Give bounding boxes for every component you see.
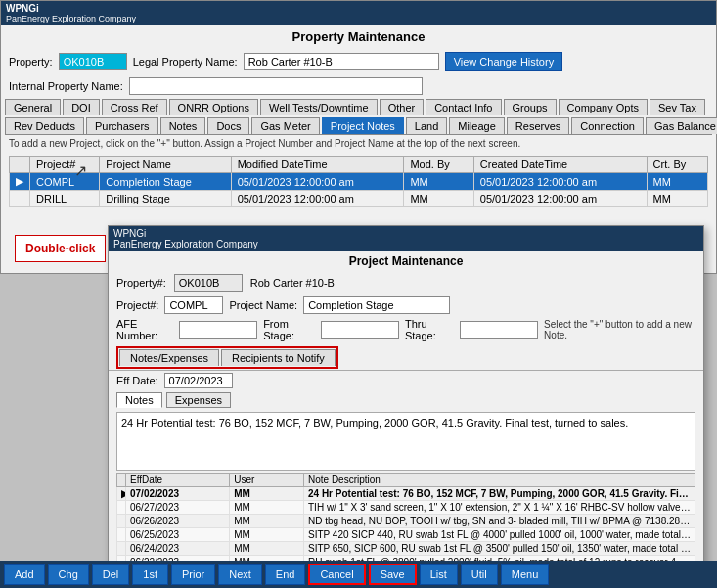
legal-name-input[interactable]	[244, 53, 439, 70]
tab-project-notes[interactable]: Project Notes	[322, 117, 404, 134]
log-eff-date: 06/25/2023	[126, 528, 230, 542]
tab-company-opts[interactable]: Company Opts	[559, 99, 648, 115]
sub-property-input[interactable]	[174, 274, 243, 292]
log-row[interactable]: 06/26/2023 MM ND tbg head, NU BOP, TOOH …	[117, 515, 695, 528]
save-button[interactable]: Save	[369, 564, 417, 585]
col-project-name: Project Name	[100, 157, 231, 173]
log-user: MM	[230, 487, 304, 501]
log-user: MM	[230, 515, 304, 528]
tab-gas-balance[interactable]: Gas Balance	[646, 117, 717, 134]
log-row[interactable]: ▶ 07/02/2023 MM 24 Hr Potential test: 76…	[117, 487, 695, 501]
notes-area[interactable]: 24 Hr Potential test: 76 BO, 152 MCF, 7 …	[116, 412, 695, 471]
col-mod-by: Mod. By	[404, 157, 473, 173]
log-indicator	[117, 542, 126, 556]
property-input[interactable]	[59, 53, 127, 70]
log-user: MM	[230, 528, 304, 542]
sub-project-label: Project#:	[116, 299, 158, 311]
end-button[interactable]: End	[265, 564, 306, 585]
modified-dt-cell: 05/01/2023 12:00:00 am	[231, 173, 404, 191]
chg-button[interactable]: Chg	[48, 564, 89, 585]
tab-sev-tax[interactable]: Sev Tax	[650, 99, 705, 115]
cancel-button[interactable]: Cancel	[308, 564, 365, 585]
add-button[interactable]: Add	[4, 564, 45, 585]
view-history-button[interactable]: View Change History	[445, 52, 563, 71]
sub-legal-name: Rob Carter #10-B	[250, 277, 335, 289]
sub-tab-recipients[interactable]: Recipients to Notify	[221, 349, 336, 366]
sub-window-title: Project Maintenance	[109, 251, 703, 271]
col-created-dt: Created DateTime	[473, 157, 647, 173]
sub-tab-notes-expenses[interactable]: Notes/Expenses	[119, 349, 219, 366]
afe-label: AFE Number:	[116, 318, 173, 341]
thru-stage-input[interactable]	[460, 321, 538, 339]
from-stage-input[interactable]	[321, 321, 399, 339]
tab-gas-meter[interactable]: Gas Meter	[251, 117, 319, 134]
tab-reserves[interactable]: Reserves	[507, 117, 569, 134]
notes-tab[interactable]: Notes	[116, 392, 162, 408]
mod-by-cell: MM	[404, 173, 473, 191]
tab-contact-info[interactable]: Contact Info	[426, 99, 501, 115]
col-modified-dt: Modified DateTime	[231, 157, 404, 173]
log-eff-date: 06/27/2023	[126, 501, 230, 515]
tab-groups[interactable]: Groups	[504, 99, 557, 115]
eff-date-input[interactable]	[164, 373, 233, 388]
log-user: MM	[230, 542, 304, 556]
sub-property-label: Property#:	[116, 277, 166, 289]
tabs-row1: General DOI Cross Ref ONRR Options Well …	[1, 97, 716, 115]
tab-other[interactable]: Other	[380, 99, 425, 115]
col-crt-by: Crt. By	[647, 157, 707, 173]
property-row: Property: Legal Property Name: View Chan…	[1, 48, 716, 75]
modified-dt-cell: 05/01/2023 12:00:00 am	[231, 191, 404, 207]
tab-onrr-options[interactable]: ONRR Options	[169, 99, 258, 115]
sub-title-bar: WPNGi PanEnergy Exploration Company	[109, 226, 703, 251]
afe-input[interactable]	[179, 321, 257, 339]
tab-mileage[interactable]: Mileage	[449, 117, 505, 134]
internal-name-input[interactable]	[129, 77, 423, 95]
prior-button[interactable]: Prior	[171, 564, 215, 585]
from-stage-label: From Stage:	[263, 318, 315, 341]
log-col-note: Note Description	[304, 474, 695, 487]
tab-general[interactable]: General	[5, 99, 61, 115]
tab-rev-deducts[interactable]: Rev Deducts	[5, 117, 84, 134]
tab-notes[interactable]: Notes	[160, 117, 206, 134]
sub-project-input[interactable]	[164, 296, 223, 314]
log-note: SITP 650, SICP 600, RU swab 1st FL @ 350…	[304, 542, 695, 556]
list-button[interactable]: List	[420, 564, 458, 585]
double-click-label: Double-click	[15, 235, 106, 262]
row-indicator	[10, 191, 30, 207]
col-project-num: Project#	[30, 157, 100, 173]
eff-date-row: Eff Date:	[109, 370, 703, 390]
eff-date-label: Eff Date:	[116, 375, 158, 386]
sub-tabs-highlight-wrapper: Notes/Expenses Recipients to Notify	[116, 346, 338, 369]
company-name: PanEnergy Exploration Company	[6, 14, 711, 23]
col-indicator	[10, 157, 30, 173]
log-row[interactable]: 06/25/2023 MM SITP 420 SICP 440, RU swab…	[117, 528, 695, 542]
table-row[interactable]: DRILL Drilling Stage 05/01/2023 12:00:00…	[10, 191, 708, 207]
del-button[interactable]: Del	[92, 564, 130, 585]
project-name-cell: Drilling Stage	[100, 191, 231, 207]
log-row[interactable]: 06/27/2023 MM TIH w/ 1" X 3' sand screen…	[117, 501, 695, 515]
expenses-tab[interactable]: Expenses	[166, 392, 231, 408]
help-text: To add a new Project, click on the "+" b…	[1, 135, 716, 152]
tab-docs[interactable]: Docs	[207, 117, 249, 134]
log-row[interactable]: 06/24/2023 MM SITP 650, SICP 600, RU swa…	[117, 542, 695, 556]
tab-purchasers[interactable]: Purchasers	[86, 117, 158, 134]
sub-project-name-input[interactable]	[303, 296, 450, 314]
add-note-text: Select the "+" button to add a new Note.	[544, 319, 695, 340]
menu-button[interactable]: Menu	[501, 564, 550, 585]
log-note: TIH w/ 1" X 3' sand screen, 1" X 10' ext…	[304, 501, 695, 515]
log-col-user: User	[230, 474, 304, 487]
next-button[interactable]: Next	[218, 564, 262, 585]
tab-connection[interactable]: Connection	[571, 117, 644, 134]
first-button[interactable]: 1st	[132, 564, 168, 585]
sub-app-name: WPNGi	[113, 228, 698, 239]
util-button[interactable]: Util	[461, 564, 498, 585]
internal-name-row: Internal Property Name:	[1, 75, 716, 97]
tab-cross-ref[interactable]: Cross Ref	[102, 99, 167, 115]
tab-well-tests[interactable]: Well Tests/Downtime	[260, 99, 378, 115]
tab-doi[interactable]: DOI	[63, 99, 100, 115]
log-eff-date: 06/24/2023	[126, 542, 230, 556]
bottom-toolbar: Add Chg Del 1st Prior Next End Cancel Sa…	[0, 561, 717, 588]
table-row[interactable]: ▶ COMPL Completion Stage 05/01/2023 12:0…	[10, 173, 708, 191]
row-indicator: ▶	[10, 173, 30, 191]
tab-land[interactable]: Land	[406, 117, 447, 134]
